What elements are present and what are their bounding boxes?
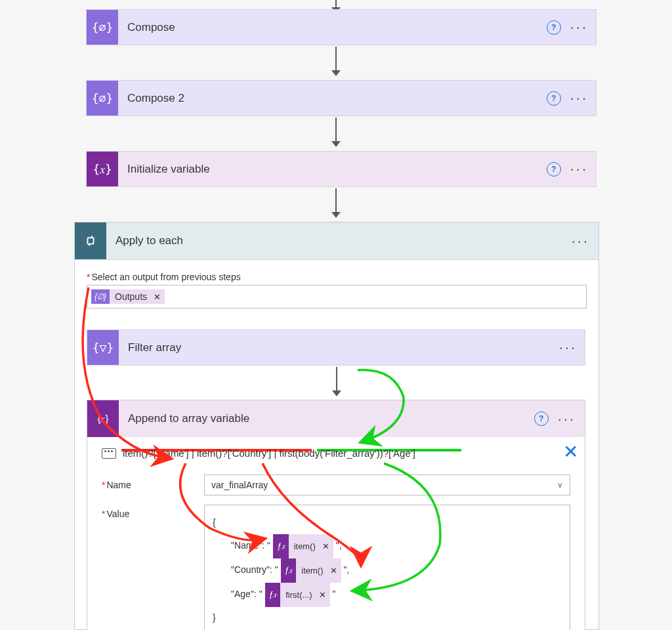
json-country-key: "Country": " [231, 564, 278, 575]
remove-chip-icon[interactable]: ✕ [318, 585, 330, 605]
compose-icon: {∅} [91, 289, 110, 304]
help-icon[interactable]: ? [547, 162, 561, 177]
value-input[interactable]: { "Name": " ƒ𝑥 item() ✕ ", "Country": " [204, 505, 570, 630]
fx-icon: ƒ𝑥 [273, 534, 289, 558]
brace-open: { [213, 512, 562, 534]
help-icon[interactable]: ? [547, 20, 561, 35]
fx-icon: ƒ𝑥 [265, 583, 281, 607]
name-select[interactable]: var_finalArray ∨ [204, 474, 570, 495]
variable-icon: {𝑥} [87, 152, 118, 186]
card-compose[interactable]: {∅} Compose ? ··· [86, 9, 597, 45]
panel-append: {𝑥} Append to array variable ? ··· ✕ ite… [87, 400, 585, 630]
select-output-input[interactable]: {∅} Outputs ✕ [87, 285, 587, 308]
card-compose-title: Compose [118, 21, 547, 34]
connector-4 [332, 367, 341, 396]
more-icon[interactable]: ··· [570, 24, 588, 31]
close-icon[interactable]: ✕ [563, 441, 578, 463]
fx-chip-item-country[interactable]: ƒ𝑥 item() ✕ [281, 558, 341, 583]
expression-comment: item()?['Name'] | item()?['Country'] | f… [102, 448, 570, 464]
chip-label: item() [289, 534, 321, 558]
card-initvar-title: Initialize variable [118, 163, 547, 176]
help-icon[interactable]: ? [534, 411, 549, 426]
json-tail: ", [336, 540, 342, 551]
more-icon[interactable]: ··· [559, 344, 577, 351]
filter-icon: {▽} [87, 330, 119, 365]
more-icon[interactable]: ··· [558, 415, 576, 423]
panel-apply-to-each: Apply to each ··· *Select an output from… [74, 222, 599, 630]
compose-icon: {∅} [87, 10, 118, 45]
more-icon[interactable]: ··· [572, 238, 589, 245]
fx-chip-item-name[interactable]: ƒ𝑥 item() ✕ [273, 534, 333, 558]
card-append-title: Append to array variable [119, 412, 534, 425]
connector-2 [331, 117, 341, 147]
fx-icon: ƒ𝑥 [281, 558, 297, 583]
name-value: var_finalArray [211, 480, 268, 490]
brace-close: } [213, 607, 562, 629]
card-init-variable[interactable]: {𝑥} Initialize variable ? ··· [86, 151, 597, 187]
remove-chip-icon[interactable]: ✕ [329, 560, 341, 581]
variable-icon: {𝑥} [87, 400, 119, 437]
chip-label: Outputs [110, 289, 152, 304]
card-filter-array[interactable]: {▽} Filter array ··· [87, 329, 585, 366]
json-name-key: "Name": " [231, 540, 270, 551]
card-compose2[interactable]: {∅} Compose 2 ? ··· [86, 80, 597, 116]
help-icon[interactable]: ? [547, 91, 561, 106]
compose-icon: {∅} [87, 81, 118, 116]
select-output-label: *Select an output from previous steps [87, 272, 587, 282]
chevron-down-icon: ∨ [557, 480, 563, 490]
remove-chip-icon[interactable]: ✕ [152, 292, 165, 302]
json-tail: ", [343, 564, 349, 575]
connector-1 [331, 47, 341, 76]
json-tail: " [333, 589, 336, 599]
expression-text: item()?['Name'] | item()?['Country'] | f… [123, 448, 415, 459]
json-age-key: "Age": " [231, 589, 262, 599]
name-label: *Name [102, 480, 204, 490]
more-icon[interactable]: ··· [570, 165, 588, 173]
loop-icon [75, 222, 106, 259]
chip-label: first(...) [280, 583, 317, 607]
outputs-chip[interactable]: {∅} Outputs ✕ [91, 289, 165, 304]
chip-label: item() [296, 558, 328, 583]
remove-chip-icon[interactable]: ✕ [321, 536, 333, 556]
card-filter-title: Filter array [119, 341, 559, 354]
more-icon[interactable]: ··· [570, 94, 588, 102]
comment-icon [102, 448, 116, 459]
panel-apply-title: Apply to each [106, 234, 572, 247]
card-compose2-title: Compose 2 [118, 92, 547, 105]
fx-chip-first-age[interactable]: ƒ𝑥 first(...) ✕ [265, 583, 330, 607]
connector-3 [331, 188, 341, 218]
value-label: *Value [102, 505, 204, 630]
